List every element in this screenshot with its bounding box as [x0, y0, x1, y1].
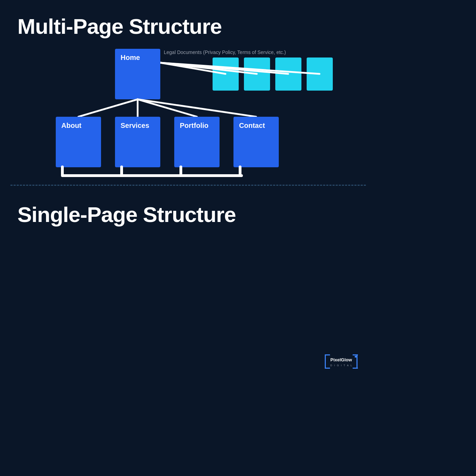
svg-line-11 [78, 99, 138, 117]
logo-graphic: PixelGlow D I G I T A L [324, 354, 362, 369]
multi-page-diagram: Legal Documents (Privacy Policy, Terms o… [0, 45, 376, 185]
svg-rect-48 [353, 354, 358, 355]
svg-text:D I G I T A L: D I G I T A L [330, 364, 353, 367]
svg-rect-45 [325, 354, 330, 355]
svg-line-14 [138, 99, 256, 117]
multi-page-title: Multi-Page Structure [17, 14, 359, 39]
svg-text:Home: Home [121, 54, 140, 61]
svg-text:Contact: Contact [239, 122, 265, 129]
svg-rect-49 [353, 368, 358, 369]
section-divider [10, 185, 366, 186]
svg-text:PixelGlow: PixelGlow [330, 357, 352, 362]
svg-rect-50 [355, 356, 356, 358]
svg-text:Services: Services [121, 122, 149, 129]
svg-text:About: About [61, 122, 82, 129]
svg-text:Legal Documents (Privacy Polic: Legal Documents (Privacy Policy, Terms o… [164, 49, 286, 55]
logo: PixelGlow D I G I T A L [324, 354, 362, 369]
svg-rect-46 [325, 368, 330, 369]
svg-text:Portfolio: Portfolio [180, 122, 208, 129]
svg-rect-44 [325, 354, 326, 369]
bottom-section: Single-Page Structure Legal Documents (P… [0, 192, 376, 376]
single-page-title: Single-Page Structure [17, 202, 359, 227]
svg-rect-27 [61, 174, 243, 177]
main-container: Multi-Page Structure Legal Documents (Pr… [0, 0, 376, 376]
svg-rect-47 [356, 354, 358, 369]
svg-line-13 [138, 99, 197, 117]
top-section: Multi-Page Structure Legal Documents (Pr… [0, 0, 376, 185]
